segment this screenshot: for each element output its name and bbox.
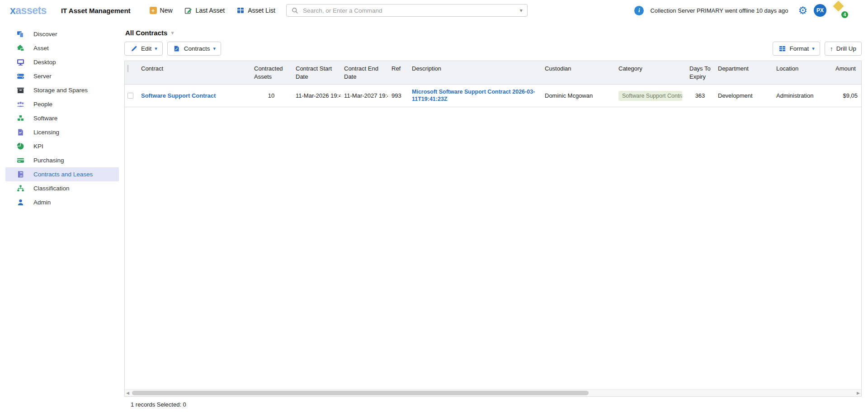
edit-square-icon (184, 6, 193, 14)
col-header-days-to-expiry[interactable]: Days To Expiry (686, 61, 714, 84)
brand-rest: assets (15, 5, 47, 16)
sidebar-item-label: Contracts and Leases (33, 171, 93, 178)
cubes-icon (16, 114, 24, 123)
asset-list-button[interactable]: Asset List (236, 6, 275, 14)
format-button[interactable]: Format ▾ (773, 42, 820, 56)
sidebar-item-label: Asset (33, 45, 49, 52)
asset-list-label: Asset List (248, 7, 275, 14)
brand-logo[interactable]: xassets (10, 5, 47, 17)
sidebar-item-admin[interactable]: Admin (5, 195, 119, 209)
plus-icon: + (150, 7, 157, 14)
col-header-location[interactable]: Location (773, 61, 832, 84)
sidebar-item-label: Admin (33, 199, 51, 206)
col-header-category[interactable]: Category (615, 61, 686, 84)
sidebar-item-desktop[interactable]: Desktop (5, 55, 119, 69)
days-to-expiry-cell: 363 (686, 85, 714, 107)
col-header-contract[interactable]: Contract (137, 61, 250, 84)
contract-doc-icon (173, 45, 181, 53)
col-header-amount[interactable]: Amount (832, 61, 861, 84)
gear-icon[interactable]: ⚙ (798, 5, 807, 16)
sidebar-item-licensing[interactable]: Licensing (5, 125, 119, 139)
select-all-cell (125, 61, 137, 84)
horizontal-scrollbar[interactable]: ◀ ▶ (125, 389, 861, 396)
contracts-label: Contracts (184, 45, 210, 52)
notification-text: Collection Server PRIMARY went offline 1… (650, 7, 788, 14)
col-header-contracted-assets[interactable]: Contracted Assets (250, 61, 292, 84)
drill-up-button[interactable]: ↑ Drill Up (825, 42, 862, 56)
sidebar-item-contracts-and-leases[interactable]: Contracts and Leases (5, 167, 119, 181)
mail-button[interactable]: 4 (833, 5, 846, 16)
app-title: IT Asset Management (61, 7, 131, 14)
col-header-ref[interactable]: Ref (388, 61, 408, 84)
sidebar-item-classification[interactable]: Classification (5, 181, 119, 195)
grid-empty-area (125, 107, 861, 389)
scroll-right-icon[interactable]: ▶ (857, 390, 860, 396)
person-icon (16, 199, 24, 207)
contract-cell: Software Support Contract (137, 85, 250, 107)
sidebar: Discover Asset Desktop Server Storage an… (0, 21, 121, 412)
amount-cell: $9,05 (832, 85, 861, 107)
sidebar-item-discover[interactable]: Discover (5, 27, 119, 41)
storage-box-icon (16, 86, 24, 95)
row-select-cell (125, 85, 137, 107)
avatar[interactable]: PX (814, 4, 826, 17)
sidebar-item-asset[interactable]: Asset (5, 41, 119, 55)
pencil-icon (130, 45, 138, 53)
drill-up-label: Drill Up (836, 45, 856, 52)
edit-button[interactable]: Edit ▾ (124, 42, 163, 56)
search-box[interactable]: ▾ (286, 4, 528, 17)
sidebar-item-purchasing[interactable]: Purchasing (5, 153, 119, 167)
custodian-cell: Dominic Mcgowan (541, 85, 615, 107)
department-cell: Development (714, 85, 773, 107)
sidebar-item-server[interactable]: Server (5, 69, 119, 83)
grid-toolbar: Edit ▾ Contracts ▾ Format ▾ ↑ Drill Up (124, 42, 862, 56)
description-link[interactable]: Microsoft Software Support Contract 2026… (412, 89, 538, 103)
col-header-contract-start-date[interactable]: Contract Start Date (292, 61, 340, 84)
sidebar-item-software[interactable]: Software (5, 111, 119, 125)
sidebar-item-label: Discover (33, 31, 57, 38)
title-chevron-down-icon[interactable]: ▾ (171, 29, 174, 36)
sidebar-item-label: Storage and Spares (33, 87, 88, 94)
ref-cell: 993 (388, 85, 408, 107)
col-header-contract-end-date[interactable]: Contract End Date (340, 61, 388, 84)
chevron-down-icon: ▾ (812, 46, 815, 52)
sidebar-item-label: Desktop (33, 59, 56, 66)
scrollbar-thumb[interactable] (132, 391, 589, 395)
chevron-down-icon: ▾ (213, 46, 216, 52)
records-status: 1 records Selected: 0 (131, 401, 186, 408)
page-title: All Contracts (125, 29, 167, 37)
last-asset-button[interactable]: Last Asset (184, 6, 225, 14)
select-all-checkbox[interactable] (127, 65, 128, 72)
sidebar-item-kpi[interactable]: KPI (5, 139, 119, 153)
contracts-grid: Contract Contracted Assets Contract Star… (124, 61, 862, 397)
contracts-button[interactable]: Contracts ▾ (167, 42, 221, 56)
sidebar-item-label: Licensing (33, 129, 59, 136)
contract-link[interactable]: Software Support Contract (141, 92, 216, 99)
row-checkbox[interactable] (127, 93, 133, 99)
arrow-up-icon: ↑ (830, 45, 833, 52)
description-cell: Microsoft Software Support Contract 2026… (408, 85, 541, 107)
topbar-actions: + New Last Asset Asset List (150, 6, 275, 14)
sidebar-item-people[interactable]: People (5, 97, 119, 111)
people-icon (16, 100, 24, 109)
col-header-description[interactable]: Description (408, 61, 541, 84)
scroll-left-icon[interactable]: ◀ (126, 390, 129, 396)
chevron-down-icon[interactable]: ▾ (520, 7, 523, 14)
format-table-icon (778, 45, 786, 53)
search-input[interactable] (303, 7, 516, 14)
table-row[interactable]: Software Support Contract 10 11-Mar-2026… (125, 85, 861, 107)
monitor-icon (16, 58, 24, 66)
pie-chart-icon (16, 142, 24, 151)
col-header-custodian[interactable]: Custodian (541, 61, 615, 84)
search-icon (291, 6, 299, 14)
sidebar-item-storage-and-spares[interactable]: Storage and Spares (5, 83, 119, 97)
new-button[interactable]: + New (150, 7, 173, 14)
page-header: All Contracts ▾ (125, 29, 862, 37)
sidebar-item-label: Server (33, 73, 52, 80)
info-icon[interactable]: i (634, 6, 644, 15)
col-header-department[interactable]: Department (714, 61, 773, 84)
sidebar-item-label: Software (33, 115, 57, 122)
grid-header-row: Contract Contracted Assets Contract Star… (125, 61, 861, 85)
location-cell: Administration (773, 85, 832, 107)
contracted-assets-cell: 10 (250, 85, 292, 107)
